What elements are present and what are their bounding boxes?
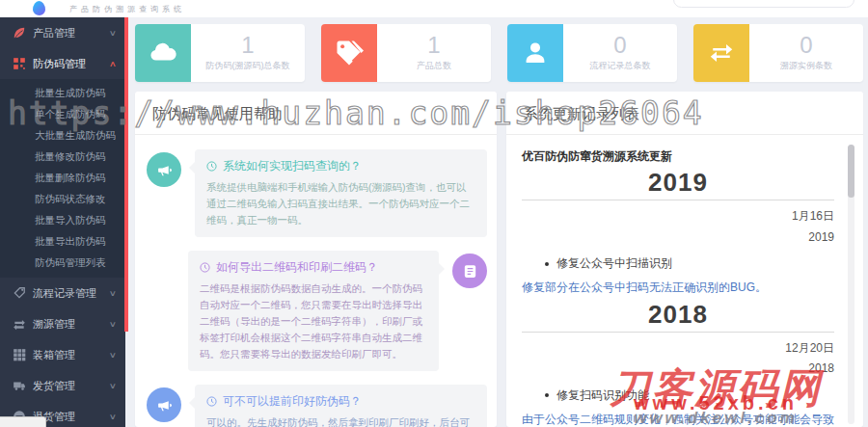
faq-item: 可不可以提前印好防伪码？ 可以的。先生成好防伪码，然后拿到印刷厂印刷好，后台可批… bbox=[147, 385, 487, 427]
faq-answer: 二维码是根据防伪码数据自动生成的。一个防伪码自动对应一个二维码，您只需要在导出时… bbox=[200, 280, 427, 361]
cloud-icon bbox=[135, 24, 191, 82]
submenu-item[interactable]: 批量导出防伪码 bbox=[0, 230, 125, 252]
chevron-up-icon: ∧ bbox=[109, 60, 117, 68]
update-detail: 修复部分在公众号中扫码无法正确识别的BUG。 bbox=[522, 279, 834, 297]
help-panel: 防伪码常见使用帮助 系统如何实现扫码查询的？ 系统提供电脑端和手机端输入防伪码(… bbox=[135, 92, 497, 427]
clock-icon bbox=[206, 396, 217, 407]
watermark-url: https://www.huzhan.com/ishop26064 bbox=[8, 94, 704, 132]
megaphone-icon bbox=[147, 152, 181, 187]
chevron-down-icon: ∨ bbox=[109, 29, 117, 38]
watermark-brand-url2: www.dkewl.com bbox=[565, 410, 866, 426]
faq-question: 可不可以提前印好防伪码？ bbox=[223, 393, 362, 410]
sidebar: 产品管理 ∨ 防伪码管理 ∧ 批量生成防伪码 单个生成防伪码 大批量生成防伪码 … bbox=[0, 17, 125, 427]
year-heading: 2019 bbox=[522, 168, 834, 198]
tags-icon bbox=[321, 24, 377, 82]
faq-bubble: 如何导出二维码和印刷二维码？ 二维码是根据防伪码数据自动生成的。一个防伪码自动对… bbox=[188, 251, 439, 371]
chevron-down-icon: ∨ bbox=[109, 320, 117, 329]
chevron-down-icon: ∨ bbox=[109, 413, 117, 421]
top-bar: 产品防伪溯源查询系统 bbox=[0, 0, 868, 17]
chevron-down-icon: ∨ bbox=[109, 351, 117, 360]
refresh-icon bbox=[693, 24, 749, 82]
stat-cards: 1 防伪码(溯源码)总条数 1 产品总数 0 流程记录总条数 0 溯源实例条数 bbox=[135, 24, 863, 82]
bullet-icon bbox=[545, 393, 549, 397]
sidebar-item-label: 发货管理 bbox=[33, 379, 75, 393]
updates-subtitle: 优百防伪防窜货溯源系统更新 bbox=[522, 148, 834, 165]
leaf-icon bbox=[13, 27, 26, 39]
clock-icon bbox=[200, 262, 210, 273]
stat-label: 流程记录总条数 bbox=[590, 60, 651, 72]
book-icon bbox=[452, 254, 487, 288]
truck-icon bbox=[13, 380, 26, 391]
status-tooltip bbox=[0, 416, 46, 427]
faq-item: 系统如何实现扫码查询的？ 系统提供电脑端和手机端输入防伪码(溯源码)查询，也可以… bbox=[147, 149, 487, 237]
faq-question: 系统如何实现扫码查询的？ bbox=[223, 158, 362, 174]
update-year: 2019 bbox=[522, 227, 834, 249]
stat-value: 1 bbox=[241, 34, 254, 57]
grid-icon bbox=[13, 349, 26, 360]
faq-answer: 系统提供电脑端和手机端输入防伪码(溯源码)查询，也可以通过二维码免输入扫码直接出… bbox=[206, 179, 475, 227]
stat-card-anticode-total: 1 防伪码(溯源码)总条数 bbox=[135, 24, 305, 82]
chevron-down-icon: ∨ bbox=[109, 382, 117, 390]
faq-bubble: 系统如何实现扫码查询的？ 系统提供电脑端和手机端输入防伪码(溯源码)查询，也可以… bbox=[195, 149, 487, 237]
watermark-brand: 刀客源码网 www.52xb.cn www.dkewl.com bbox=[565, 368, 866, 426]
sidebar-item-product-mgmt[interactable]: 产品管理 ∨ bbox=[0, 17, 125, 48]
sidebar-item-process-record-mgmt[interactable]: 流程记录管理 ∨ bbox=[0, 278, 125, 308]
sidebar-item-shipping-mgmt[interactable]: 发货管理 ∨ bbox=[0, 370, 125, 401]
app-logo-icon bbox=[33, 1, 45, 15]
stat-card-process-total: 0 流程记录总条数 bbox=[507, 24, 677, 82]
stat-value: 1 bbox=[427, 34, 440, 57]
sidebar-item-label: 产品管理 bbox=[33, 26, 75, 40]
stat-value: 0 bbox=[800, 34, 812, 57]
megaphone-icon bbox=[147, 387, 181, 422]
stat-label: 产品总数 bbox=[417, 60, 451, 72]
divider bbox=[522, 332, 834, 333]
update-date: 12月20日 bbox=[522, 338, 834, 360]
stat-card-trace-total: 0 溯源实例条数 bbox=[693, 24, 863, 82]
bullet-icon bbox=[545, 262, 549, 266]
sidebar-scrollbar[interactable] bbox=[124, 17, 128, 332]
clock-icon bbox=[206, 161, 217, 172]
submenu-item[interactable]: 防伪码管理列表 bbox=[0, 252, 125, 273]
divider bbox=[522, 200, 834, 200]
search-box[interactable] bbox=[673, 0, 854, 8]
submenu-item[interactable]: 防伪码状态修改 bbox=[0, 188, 125, 209]
update-date: 1月16日 bbox=[522, 206, 834, 227]
submenu-item[interactable]: 批量修改防伪码 bbox=[0, 146, 125, 167]
sidebar-item-label: 装箱管理 bbox=[33, 348, 75, 362]
faq-item: 如何导出二维码和印刷二维码？ 二维码是根据防伪码数据自动生成的。一个防伪码自动对… bbox=[147, 251, 487, 371]
user-icon bbox=[507, 24, 563, 82]
sidebar-item-label: 防伪码管理 bbox=[33, 57, 86, 71]
stat-card-product-total: 1 产品总数 bbox=[321, 24, 491, 82]
stat-label: 溯源实例条数 bbox=[780, 60, 832, 72]
qr-code-icon bbox=[13, 58, 26, 69]
tag-icon bbox=[13, 287, 26, 299]
sidebar-item-packing-mgmt[interactable]: 装箱管理 ∨ bbox=[0, 339, 125, 370]
update-item: 修复公众号中扫描识别 bbox=[545, 255, 834, 272]
app-title: 产品防伪溯源查询系统 bbox=[69, 4, 185, 14]
sidebar-item-anticode-mgmt[interactable]: 防伪码管理 ∧ bbox=[0, 48, 125, 79]
sidebar-item-trace-mgmt[interactable]: 溯源管理 ∨ bbox=[0, 308, 125, 339]
faq-answer: 可以的。先生成好防伪码，然后拿到印刷厂印刷好，后台可批量实现防伪码对应的内容修改… bbox=[206, 414, 475, 427]
stat-value: 0 bbox=[613, 34, 626, 57]
stat-label: 防伪码(溯源码)总条数 bbox=[206, 60, 290, 72]
chevron-down-icon: ∨ bbox=[109, 289, 117, 298]
sidebar-item-label: 流程记录管理 bbox=[33, 286, 96, 301]
repeat-icon bbox=[13, 318, 26, 330]
sidebar-item-label: 溯源管理 bbox=[33, 317, 75, 332]
scrollbar-thumb[interactable] bbox=[848, 145, 854, 198]
submenu-item[interactable]: 批量导入防伪码 bbox=[0, 209, 125, 230]
faq-bubble: 可不可以提前印好防伪码？ 可以的。先生成好防伪码，然后拿到印刷厂印刷好，后台可批… bbox=[195, 385, 487, 427]
submenu-item[interactable]: 批量删除防伪码 bbox=[0, 167, 125, 188]
faq-question: 如何导出二维码和印刷二维码？ bbox=[216, 259, 378, 276]
year-heading: 2018 bbox=[522, 300, 834, 330]
